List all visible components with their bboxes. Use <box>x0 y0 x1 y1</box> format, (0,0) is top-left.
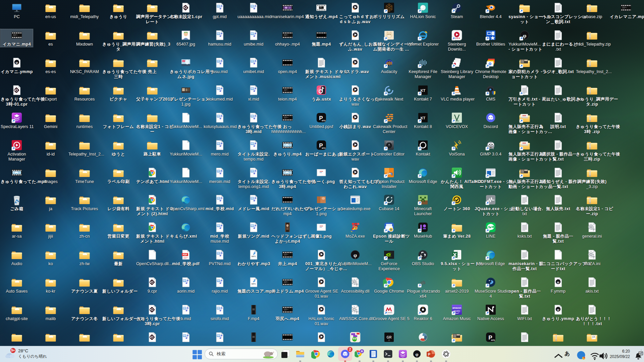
svg-text:9+: 9+ <box>11 349 15 352</box>
